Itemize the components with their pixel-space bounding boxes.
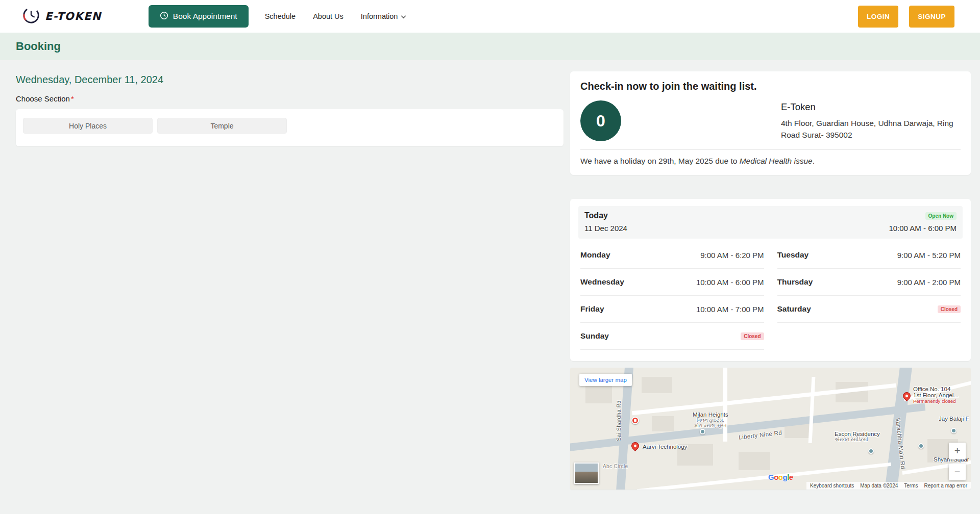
map-marker-place[interactable]	[951, 428, 957, 433]
weekly-hours-grid: Monday9:00 AM - 6:20 PM Tuesday9:00 AM -…	[578, 242, 963, 350]
day-row-sunday: SundayClosed	[580, 323, 764, 350]
nav-information-label: Information	[361, 12, 398, 20]
schedule-card: Today Open Now 11 Dec 2024 10:00 AM - 6:…	[570, 199, 971, 361]
map-marker-milan-heights[interactable]	[700, 429, 705, 434]
google-logo[interactable]: Google	[768, 473, 793, 481]
closed-badge: Closed	[741, 332, 764, 340]
book-appointment-label: Book Appointment	[173, 12, 237, 21]
map-label-escon-residency: Escon Residency એસ્કોન રેસીડેન્સી	[835, 431, 880, 443]
map-data-copyright: Map data ©2024	[860, 483, 898, 489]
checkin-row: 0 E-Token 4th Floor, Guardian House, Udh…	[580, 100, 961, 141]
token-count: 0	[596, 112, 605, 131]
header: E-TOKEN Book Appointment Schedule About …	[0, 0, 980, 33]
view-larger-map-button[interactable]: View larger map	[579, 374, 632, 386]
map-marker-place[interactable]	[918, 443, 924, 449]
map-road-label-abc-circle: Abc Circle	[603, 464, 628, 469]
logo-text: E-TOKEN	[45, 10, 102, 22]
map-road-label-sai-shardha: Sai Shardha Rd	[616, 400, 622, 441]
section-option-temple[interactable]: Temple	[157, 118, 287, 134]
map-building	[739, 452, 770, 470]
nav-information[interactable]: Information	[361, 12, 407, 20]
map-attribution-bar: Keyboard shortcuts Map data ©2024 Terms …	[806, 482, 971, 490]
map-label-aarvi-technology: Aarvi Technology	[643, 444, 687, 450]
main-nav: Schedule About Us Information	[265, 12, 407, 20]
google-map-embed[interactable]: Milan Heights મિલન હાઇટ્સ, મોટા વરાછા, સ…	[570, 368, 971, 490]
map-red-place-marker[interactable]	[631, 417, 639, 424]
main-content: Wednesday, December 11, 2024 Choose Sect…	[0, 60, 980, 490]
login-button[interactable]: LOGIN	[858, 6, 898, 28]
choose-section-label: Choose Section*	[16, 94, 564, 103]
map-building	[585, 383, 612, 403]
clock-icon	[160, 11, 168, 22]
checkin-card: Check-in now to join the waiting list. 0…	[570, 71, 971, 175]
required-asterisk: *	[71, 94, 74, 103]
map-building	[642, 377, 672, 393]
day-row-tuesday: Tuesday9:00 AM - 5:20 PM	[777, 242, 961, 269]
terms-link[interactable]: Terms	[904, 483, 918, 489]
map-minor-road	[808, 377, 816, 443]
day-row-friday: Friday10:00 AM - 7:00 PM	[580, 296, 764, 323]
auth-buttons: LOGIN SIGNUP	[858, 6, 954, 28]
logo[interactable]: E-TOKEN	[21, 6, 102, 27]
open-now-badge: Open Now	[925, 212, 957, 220]
section-option-holy-places[interactable]: Holy Places	[23, 118, 153, 134]
map-label-jay-balaji: Jay Balaji F	[939, 416, 969, 422]
logo-clock-icon	[21, 6, 41, 27]
day-row-thursday: Thursday9:00 AM - 2:00 PM	[777, 269, 961, 296]
token-count-circle: 0	[580, 100, 621, 141]
page-title-bar: Booking	[0, 33, 980, 60]
section-options-card: Holy Places Temple	[16, 109, 564, 146]
map-label-office: Office No. 104 1st Floor, Angel... Perma…	[913, 386, 959, 404]
org-address: 4th Floor, Guardian House, Udhna Darwaja…	[781, 117, 954, 141]
page-title: Booking	[16, 40, 61, 53]
today-label: Today	[584, 211, 608, 220]
holiday-notice-emphasis: Medical Health issue	[740, 157, 813, 165]
map-minor-road	[723, 368, 727, 442]
booking-date-heading: Wednesday, December 11, 2024	[16, 74, 564, 86]
chevron-down-icon	[401, 12, 406, 20]
report-map-error-link[interactable]: Report a map error	[924, 483, 967, 489]
day-row-monday: Monday9:00 AM - 6:20 PM	[580, 242, 764, 269]
org-info: E-Token 4th Floor, Guardian House, Udhna…	[781, 101, 954, 141]
today-block: Today Open Now 11 Dec 2024 10:00 AM - 6:…	[578, 206, 963, 239]
today-date: 11 Dec 2024	[584, 224, 627, 233]
org-name: E-Token	[781, 101, 954, 113]
divider	[580, 149, 961, 150]
map-marker-escon[interactable]	[868, 448, 874, 454]
day-row-wednesday: Wednesday10:00 AM - 6:00 PM	[580, 269, 764, 296]
map-label-milan-heights: Milan Heights મિલન હાઇટ્સ, મોટા વરાછા, સ…	[693, 412, 728, 429]
map-zoom-in-button[interactable]: +	[949, 443, 966, 459]
map-zoom-out-button[interactable]: −	[949, 464, 966, 480]
booking-form-column: Wednesday, December 11, 2024 Choose Sect…	[16, 60, 564, 490]
street-view-thumbnail[interactable]	[574, 462, 599, 484]
nav-about-us[interactable]: About Us	[313, 12, 344, 20]
nav-schedule[interactable]: Schedule	[265, 12, 296, 20]
closed-badge: Closed	[938, 305, 961, 313]
signup-button[interactable]: SIGNUP	[909, 6, 954, 28]
keyboard-shortcuts-link[interactable]: Keyboard shortcuts	[810, 483, 854, 489]
map-building	[652, 416, 674, 431]
day-row-saturday: SaturdayClosed	[777, 296, 961, 323]
holiday-notice: We have a holiday on 29th, May 2025 due …	[580, 157, 961, 166]
book-appointment-button[interactable]: Book Appointment	[149, 5, 249, 28]
today-hours: 10:00 AM - 6:00 PM	[889, 224, 957, 233]
info-column: Check-in now to join the waiting list. 0…	[570, 60, 971, 490]
checkin-heading: Check-in now to join the waiting list.	[580, 81, 961, 92]
